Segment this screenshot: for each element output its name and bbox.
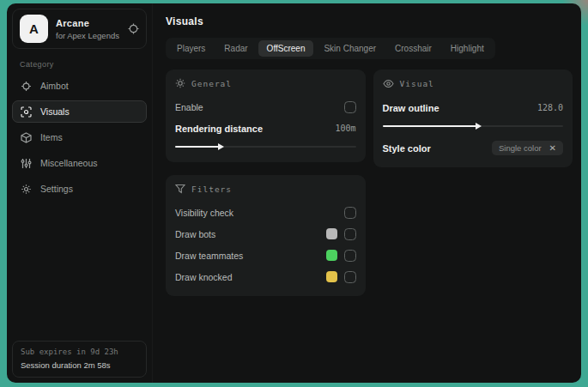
visibility-check-row: Visibility check — [175, 203, 356, 221]
style-color-label: Style color — [383, 143, 431, 154]
sidebar-item-label: Aimbot — [40, 81, 69, 91]
sidebar-item-settings[interactable]: Settings — [12, 178, 147, 200]
filters-panel: Filters Visibility check Draw bots Draw … — [166, 175, 366, 296]
rendering-distance-row: Rendering distance 100m — [175, 119, 356, 137]
enable-label: Enable — [175, 102, 203, 112]
general-panel: General Enable Rendering distance 100m — [166, 70, 366, 162]
visuals-tabbar: Players Radar OffScreen Skin Changer Cro… — [166, 38, 495, 59]
sidebar-item-aimbot[interactable]: Aimbot — [12, 75, 147, 97]
draw-outline-label: Draw outline — [383, 103, 439, 113]
style-color-select[interactable]: Single color ✕ — [492, 141, 563, 155]
main-content: Visuals Players Radar OffScreen Skin Cha… — [153, 3, 581, 383]
sliders-icon — [21, 158, 32, 169]
sidebar-item-label: Visuals — [40, 106, 70, 117]
funnel-icon — [175, 184, 185, 194]
cube-icon — [21, 132, 32, 143]
sidebar-item-label: Miscellaneous — [40, 158, 98, 168]
tab-offscreen[interactable]: OffScreen — [258, 40, 314, 57]
style-color-row: Style color Single color ✕ — [383, 139, 564, 157]
page-title: Visuals — [166, 15, 573, 27]
eye-icon — [383, 78, 394, 89]
visibility-check-label: Visibility check — [175, 208, 233, 218]
draw-outline-value: 128.0 — [537, 103, 563, 112]
sidebar-item-miscellaneous[interactable]: Miscellaneous — [12, 152, 147, 174]
draw-teammates-label: Draw teammates — [175, 251, 243, 261]
sun-icon — [175, 78, 185, 88]
rendering-distance-value: 100m — [335, 124, 355, 133]
draw-bots-color-swatch[interactable] — [326, 228, 337, 239]
style-color-value: Single color — [499, 143, 542, 153]
draw-knocked-checkbox[interactable] — [344, 271, 356, 283]
sidebar-item-items[interactable]: Items — [12, 126, 147, 148]
draw-knocked-color-swatch[interactable] — [326, 271, 337, 282]
sidebar-nav: Aimbot Visuals Items — [12, 75, 147, 200]
app-window: A Arcane for Apex Legends Category Aimbo… — [7, 3, 581, 383]
crosshair-icon — [21, 81, 32, 92]
panel-title: General — [191, 79, 232, 88]
draw-bots-row: Draw bots — [175, 225, 356, 243]
tab-radar[interactable]: Radar — [215, 40, 256, 57]
tab-crosshair[interactable]: Crosshair — [386, 40, 440, 57]
draw-teammates-row: Draw teammates — [175, 246, 356, 264]
subscription-info-card: Sub expires in 9d 23h Session duration 2… — [12, 341, 147, 378]
draw-outline-slider[interactable] — [383, 121, 564, 131]
sidebar: A Arcane for Apex Legends Category Aimbo… — [7, 3, 153, 383]
sidebar-item-label: Items — [40, 132, 63, 142]
clear-icon[interactable]: ✕ — [549, 144, 556, 153]
slider-thumb[interactable] — [218, 143, 224, 150]
app-subtitle: for Apex Legends — [56, 31, 120, 40]
draw-bots-checkbox[interactable] — [344, 228, 356, 240]
target-icon[interactable] — [128, 23, 139, 34]
slider-thumb[interactable] — [476, 123, 482, 130]
draw-bots-label: Draw bots — [175, 229, 215, 239]
brand-card: A Arcane for Apex Legends — [12, 9, 147, 49]
panel-title: Filters — [191, 184, 232, 194]
category-label: Category — [20, 60, 147, 69]
panels-grid: General Enable Rendering distance 100m — [166, 70, 573, 296]
rendering-distance-label: Rendering distance — [175, 124, 263, 134]
draw-teammates-color-swatch[interactable] — [326, 250, 337, 261]
gear-icon — [21, 184, 32, 195]
tab-highlight[interactable]: Highlight — [442, 40, 493, 57]
focus-icon — [21, 106, 32, 118]
sub-expires-text: Sub expires in 9d 23h — [21, 348, 138, 356]
app-logo: A — [20, 15, 48, 43]
enable-checkbox[interactable] — [344, 101, 356, 113]
tab-skin-changer[interactable]: Skin Changer — [315, 40, 385, 57]
visual-panel: Visual Draw outline 128.0 Style color Si… — [373, 70, 573, 167]
draw-knocked-label: Draw knocked — [175, 272, 233, 282]
sidebar-item-visuals[interactable]: Visuals — [12, 100, 147, 123]
session-duration-text: Session duration 2m 58s — [21, 360, 138, 370]
sidebar-item-label: Settings — [40, 184, 73, 194]
enable-row: Enable — [175, 98, 356, 116]
panel-title: Visual — [400, 79, 434, 88]
app-name: Arcane — [56, 18, 120, 28]
draw-knocked-row: Draw knocked — [175, 268, 356, 286]
rendering-distance-slider[interactable] — [175, 142, 356, 152]
visibility-check-checkbox[interactable] — [344, 207, 356, 219]
draw-teammates-checkbox[interactable] — [344, 250, 356, 262]
tab-players[interactable]: Players — [168, 40, 214, 57]
draw-outline-row: Draw outline 128.0 — [383, 99, 564, 117]
